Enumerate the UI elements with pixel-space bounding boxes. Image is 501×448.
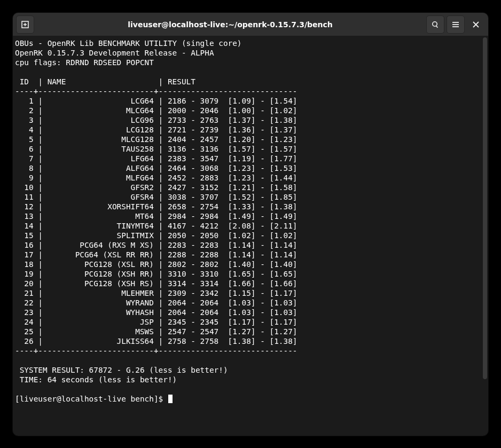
svg-rect-4: [436, 26, 438, 28]
table-separator: ----+-------------------------+---------…: [15, 347, 298, 355]
svg-point-3: [433, 21, 437, 26]
new-tab-icon: [21, 20, 29, 29]
svg-rect-2: [25, 23, 26, 26]
svg-rect-6: [452, 24, 459, 25]
search-button[interactable]: [426, 15, 444, 34]
shell-prompt: [liveuser@localhost-live bench]$: [15, 395, 168, 403]
hamburger-icon: [451, 20, 460, 29]
terminal-window: liveuser@localhost-live:~/openrk-0.15.7.…: [13, 13, 488, 436]
svg-rect-7: [452, 26, 459, 27]
close-button[interactable]: [467, 15, 485, 34]
window-title: liveuser@localhost-live:~/openrk-0.15.7.…: [34, 20, 426, 29]
system-result: SYSTEM RESULT: 67872 - G.26 (less is bet…: [15, 366, 228, 374]
svg-rect-5: [452, 22, 459, 23]
close-icon: [472, 20, 480, 29]
table-header: ID | NAME | RESULT: [15, 77, 195, 86]
cursor: [168, 395, 173, 403]
titlebar: liveuser@localhost-live:~/openrk-0.15.7.…: [13, 13, 488, 36]
new-tab-button[interactable]: [16, 15, 34, 34]
table-separator: ----+-------------------------+---------…: [15, 87, 298, 96]
menu-button[interactable]: [447, 15, 465, 34]
output-header-2: OpenRK 0.15.7.3 Development Release - AL…: [15, 49, 214, 57]
output-header-1: OBUs - OpenRK Lib BENCHMARK UTILITY (sin…: [15, 39, 242, 48]
search-icon: [431, 20, 440, 29]
output-header-3: cpu flags: RDRND RDSEED POPCNT: [15, 58, 154, 67]
table-rows: 1 | LCG64 | 2186 - 3079 [1.09] - [1.54] …: [15, 97, 298, 345]
scrollbar[interactable]: [483, 37, 487, 379]
terminal-output[interactable]: OBUs - OpenRK Lib BENCHMARK UTILITY (sin…: [13, 36, 488, 436]
time-result: TIME: 64 seconds (less is better!): [15, 375, 177, 384]
